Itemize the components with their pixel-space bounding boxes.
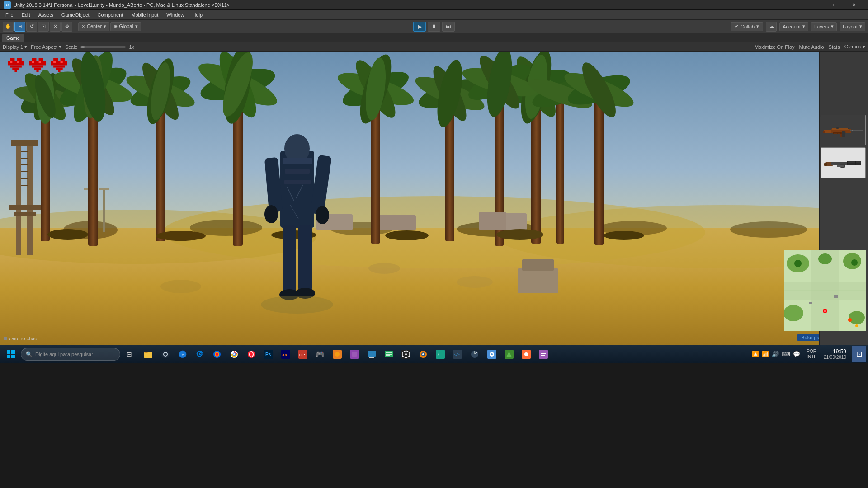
display-dropdown[interactable]: Display 1 ▾ bbox=[3, 44, 27, 50]
taskbar-app1[interactable] bbox=[329, 346, 345, 362]
taskbar-file-explorer[interactable] bbox=[140, 346, 156, 362]
taskbar-blender[interactable] bbox=[415, 346, 431, 362]
gizmos-btn[interactable]: Gizmos ▾ bbox=[844, 44, 865, 50]
menu-assets[interactable]: Assets bbox=[35, 11, 57, 19]
taskbar-ftp[interactable]: FTP bbox=[295, 346, 311, 362]
svg-rect-129 bbox=[32, 61, 34, 63]
start-button[interactable] bbox=[2, 346, 20, 362]
taskbar-steam[interactable] bbox=[157, 346, 174, 362]
cloud-button[interactable]: ☁ bbox=[766, 22, 777, 32]
svg-rect-130 bbox=[39, 61, 41, 63]
svg-point-171 bbox=[784, 305, 803, 321]
taskbar-unity[interactable] bbox=[398, 346, 414, 362]
status-bar: caiu no chao bbox=[4, 336, 37, 341]
organizer-icon bbox=[384, 350, 393, 359]
app3-icon: ♪ bbox=[436, 350, 445, 359]
menu-mobile-input[interactable]: Mobile Input bbox=[127, 11, 162, 19]
taskbar-photoshop[interactable]: Ps bbox=[260, 346, 277, 362]
taskbar-app2[interactable] bbox=[346, 346, 363, 362]
taskbar-app3[interactable]: ♪ bbox=[432, 346, 448, 362]
taskbar-remote[interactable] bbox=[363, 346, 380, 362]
layers-dropdown[interactable]: Layers ▾ bbox=[811, 22, 837, 31]
taskbar-app6[interactable] bbox=[484, 346, 500, 362]
taskbar-app4[interactable]: </> bbox=[449, 346, 466, 362]
play-button[interactable]: ▶ bbox=[413, 22, 426, 32]
step-button[interactable]: ⏭ bbox=[442, 22, 455, 32]
windows-taskbar: 🔍 ⊟ e bbox=[0, 345, 868, 363]
viewport-bar: Display 1 ▾ Free Aspect ▾ Scale 1x Maxim… bbox=[0, 42, 868, 52]
svg-rect-24 bbox=[21, 185, 28, 186]
svg-rect-126 bbox=[32, 65, 43, 67]
action-center-btn[interactable]: ⊡ bbox=[852, 346, 866, 362]
hand-tool[interactable]: ✋ bbox=[3, 22, 14, 32]
svg-rect-117 bbox=[10, 65, 22, 67]
scale-tool[interactable]: ⊡ bbox=[38, 22, 49, 32]
svg-rect-183 bbox=[7, 350, 10, 354]
svg-rect-108 bbox=[522, 259, 554, 271]
weapon-slot-1[interactable] bbox=[821, 115, 866, 145]
stats-btn[interactable]: Stats bbox=[829, 44, 840, 50]
taskbar-ie[interactable]: e bbox=[175, 346, 191, 362]
taskbar-organizer[interactable] bbox=[381, 346, 397, 362]
display-chevron: ▾ bbox=[24, 44, 27, 50]
ftp-icon: FTP bbox=[298, 350, 307, 359]
tray-volume[interactable]: 🔊 bbox=[771, 350, 780, 358]
menu-component[interactable]: Component bbox=[94, 11, 127, 19]
tray-notifications[interactable]: 💬 bbox=[792, 350, 801, 358]
taskbar-app9[interactable] bbox=[535, 346, 552, 362]
taskbar-firefox[interactable] bbox=[209, 346, 225, 362]
weapon-slot-2[interactable] bbox=[821, 147, 866, 178]
svg-point-99 bbox=[261, 296, 333, 314]
app6-icon bbox=[487, 350, 496, 359]
pause-button[interactable]: ⏸ bbox=[428, 22, 440, 32]
svg-point-94 bbox=[264, 205, 278, 223]
taskbar-app7[interactable] bbox=[501, 346, 517, 362]
taskbar-edge[interactable] bbox=[192, 346, 208, 362]
svg-rect-163 bbox=[847, 161, 848, 165]
rotate-tool[interactable]: ↺ bbox=[26, 22, 37, 32]
svg-point-211 bbox=[335, 352, 340, 357]
aspect-dropdown[interactable]: Free Aspect ▾ bbox=[31, 44, 61, 50]
close-button[interactable]: ✕ bbox=[844, 0, 864, 10]
game-tab[interactable]: Game bbox=[2, 34, 24, 42]
taskbar-game[interactable]: 🎮 bbox=[312, 346, 328, 362]
space-dropdown[interactable]: ⊕ Global ▾ bbox=[110, 22, 141, 31]
menu-gameobject[interactable]: GameObject bbox=[58, 11, 93, 19]
menu-file[interactable]: File bbox=[2, 11, 17, 19]
layout-label: Layout bbox=[843, 24, 858, 29]
task-view-btn[interactable]: ⊟ bbox=[121, 346, 137, 362]
taskbar-opera[interactable] bbox=[243, 346, 259, 362]
layout-dropdown[interactable]: Layout ▾ bbox=[840, 22, 865, 31]
menu-help[interactable]: Help bbox=[189, 11, 206, 19]
tray-input[interactable]: ⌨ bbox=[781, 350, 791, 358]
tray-expand[interactable]: 🔼 bbox=[751, 350, 760, 358]
toolbar-right-controls: ✔ Collab ▾ ☁ Account ▾ Layers ▾ Layout ▾ bbox=[731, 22, 865, 32]
rect-tool[interactable]: ⊠ bbox=[50, 22, 61, 32]
mute-audio-btn[interactable]: Mute Audio bbox=[799, 44, 824, 50]
system-clock[interactable]: 19:59 21/09/2019 bbox=[820, 348, 850, 360]
action-center-icon: ⊡ bbox=[856, 350, 862, 358]
status-message: caiu no chao bbox=[9, 336, 37, 341]
transform-tool[interactable]: ✥ bbox=[61, 22, 72, 32]
language-indicator[interactable]: POR INTL bbox=[805, 349, 818, 360]
maximize-button[interactable]: □ bbox=[822, 0, 843, 10]
taskbar-app5[interactable] bbox=[467, 346, 483, 362]
search-input[interactable] bbox=[35, 352, 108, 357]
svg-rect-123 bbox=[39, 58, 43, 61]
pivot-dropdown[interactable]: ⊙ Center ▾ bbox=[78, 22, 109, 31]
collab-button[interactable]: ✔ Collab ▾ bbox=[731, 22, 763, 31]
svg-text:♪: ♪ bbox=[437, 352, 439, 357]
windows-search[interactable]: 🔍 bbox=[21, 348, 120, 361]
account-dropdown[interactable]: Account ▾ bbox=[779, 22, 808, 31]
menu-window[interactable]: Window bbox=[163, 11, 188, 19]
minimize-button[interactable]: — bbox=[800, 0, 821, 10]
taskbar-app8[interactable] bbox=[518, 346, 534, 362]
taskbar-animate[interactable]: An bbox=[278, 346, 294, 362]
menu-edit[interactable]: Edit bbox=[18, 11, 34, 19]
maximize-on-play-btn[interactable]: Maximize On Play bbox=[755, 44, 795, 50]
taskbar-chrome[interactable] bbox=[226, 346, 242, 362]
tray-network[interactable]: 📶 bbox=[761, 350, 770, 358]
svg-text:Ps: Ps bbox=[265, 352, 271, 357]
svg-point-106 bbox=[457, 276, 493, 288]
move-tool[interactable]: ⊕ bbox=[14, 22, 25, 32]
